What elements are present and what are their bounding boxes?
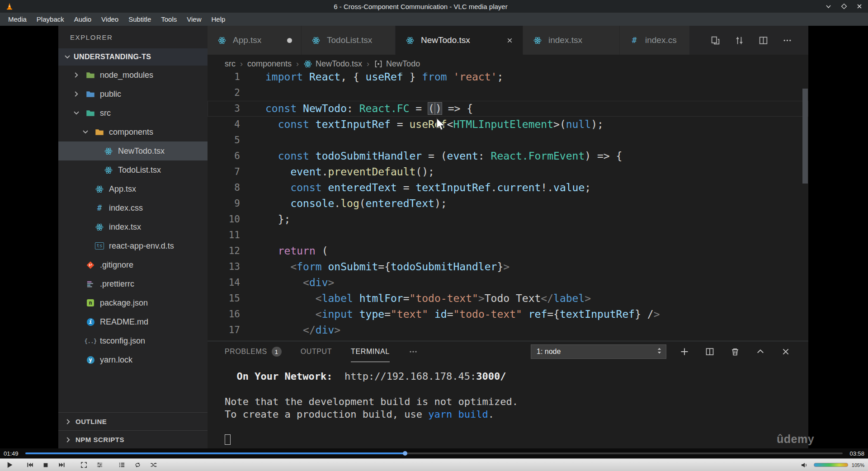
split-editor-icon[interactable]: [759, 36, 768, 45]
seek-slider[interactable]: [25, 452, 843, 454]
terminal-line: On Your Network: http://192.168.178.45:3…: [225, 370, 808, 383]
tab-app-tsx[interactable]: App.tsx: [208, 26, 302, 55]
open-changes-icon[interactable]: [711, 36, 720, 45]
tab-newtodo-tsx[interactable]: NewTodo.tsx: [396, 26, 523, 55]
extended-settings-button[interactable]: [94, 460, 105, 470]
compare-changes-icon[interactable]: [735, 36, 744, 45]
stop-button[interactable]: [40, 460, 52, 470]
explorer-root-folder[interactable]: UNDERSTANDING-TS: [58, 48, 208, 66]
menu-tools[interactable]: Tools: [156, 14, 181, 24]
line-number: 6: [208, 148, 240, 164]
code-line: 13 <form onSubmit={todoSubmitHandler}>: [208, 259, 808, 275]
tree-item-label: NewTodo.tsx: [118, 146, 165, 156]
tree-item-label: public: [100, 89, 121, 99]
braces-icon: {..}: [85, 336, 96, 345]
breadcrumb-components[interactable]: components: [247, 59, 292, 69]
line-number: 12: [208, 243, 240, 259]
tree-item-prettierrc[interactable]: .prettierrc: [58, 274, 208, 293]
terminal-cursor: [225, 434, 231, 445]
breadcrumb-src[interactable]: src: [225, 59, 236, 69]
menu-audio[interactable]: Audio: [70, 14, 96, 24]
tab-index-tsx[interactable]: index.tsx: [523, 26, 620, 55]
breadcrumb-newtodo[interactable]: NewTodo: [374, 59, 420, 69]
tree-item-src[interactable]: src: [58, 104, 208, 122]
ts-icon: ts: [94, 241, 105, 250]
tree-item-label: components: [109, 127, 153, 137]
play-button[interactable]: [4, 460, 15, 470]
bottom-panel: PROBLEMS1OUTPUTTERMINAL 1: node: [208, 341, 808, 448]
menu-media[interactable]: Media: [4, 14, 31, 24]
sidebar-section-npm-scripts[interactable]: NPM SCRIPTS: [58, 430, 208, 448]
tree-item-label: .gitignore: [100, 260, 133, 270]
maximize-icon[interactable]: [841, 3, 847, 9]
npm-icon: n: [85, 298, 96, 307]
tree-item-gitignore[interactable]: .gitignore: [58, 255, 208, 274]
tree-item-readme-md[interactable]: iREADME.md: [58, 312, 208, 331]
menu-help[interactable]: Help: [207, 14, 230, 24]
close-icon[interactable]: [856, 3, 863, 9]
tree-item-tsconfig-json[interactable]: {..}tsconfig.json: [58, 331, 208, 350]
menu-view[interactable]: View: [182, 14, 206, 24]
line-number: 5: [208, 132, 240, 148]
menu-playback[interactable]: Playback: [32, 14, 69, 24]
maximize-panel-icon[interactable]: [756, 347, 765, 356]
menu-subtitle[interactable]: Subtitle: [124, 14, 156, 24]
code-line: 16 <input type="text" id="todo-text" ref…: [208, 306, 808, 322]
tab-index-cs[interactable]: #index.cs: [620, 26, 689, 55]
tab-todolist-tsx[interactable]: TodoList.tsx: [302, 26, 396, 55]
code-editor[interactable]: 1import React, { useRef } from 'react';2…: [208, 73, 808, 341]
terminal-output[interactable]: On Your Network: http://192.168.178.45:3…: [208, 362, 808, 448]
volume-slider[interactable]: [814, 463, 848, 467]
volume-icon[interactable]: [798, 460, 810, 470]
folder-src-icon: [85, 108, 96, 118]
editor-scrollbar[interactable]: [802, 73, 808, 341]
code-text: <form onSubmit={todoSubmitHandler}>: [240, 259, 509, 275]
new-terminal-icon[interactable]: [680, 347, 689, 356]
tree-item-app-tsx[interactable]: App.tsx: [58, 179, 208, 198]
random-button[interactable]: [147, 460, 159, 470]
code-line: 15 <label htmlFor="todo-text">Todo Text<…: [208, 291, 808, 306]
panel-tab-terminal[interactable]: TERMINAL: [351, 341, 390, 362]
tree-item-react-app-env-d-ts[interactable]: tsreact-app-env.d.ts: [58, 236, 208, 255]
code-text: <label htmlFor="todo-text">Todo Text</la…: [240, 291, 591, 306]
menu-video[interactable]: Video: [97, 14, 123, 24]
chevron-placeholder: [81, 222, 90, 231]
loop-button[interactable]: [132, 460, 143, 470]
minimize-icon[interactable]: [825, 3, 832, 10]
tree-item-components[interactable]: components: [58, 122, 208, 141]
terminal-selector[interactable]: 1: node: [531, 344, 666, 359]
tree-item-public[interactable]: public: [58, 85, 208, 104]
close-tab-icon[interactable]: [506, 37, 514, 44]
volume-percent: 105%: [852, 462, 864, 468]
vlc-cone-icon: [5, 2, 16, 10]
volume-group: 105%: [798, 460, 864, 470]
tree-item-index-tsx[interactable]: index.tsx: [58, 217, 208, 236]
video-area[interactable]: EXPLORER UNDERSTANDING-TS node_modulespu…: [0, 26, 868, 448]
code-line: 3const NewTodo: React.FC = () => {: [208, 101, 808, 117]
tree-item-yarn-lock[interactable]: yyarn.lock: [58, 350, 208, 369]
panel-more-icon[interactable]: [409, 347, 418, 356]
previous-button[interactable]: [24, 460, 36, 470]
code-content: 1import React, { useRef } from 'react';2…: [208, 73, 808, 338]
scrollbar-thumb[interactable]: [802, 89, 808, 184]
more-actions-icon[interactable]: [783, 36, 792, 45]
panel-tab-output[interactable]: OUTPUT: [301, 341, 332, 362]
kill-terminal-icon[interactable]: [731, 347, 740, 356]
line-number: 14: [208, 275, 240, 291]
split-terminal-icon[interactable]: [705, 347, 714, 356]
tree-item-package-json[interactable]: npackage.json: [58, 293, 208, 312]
playlist-button[interactable]: [116, 460, 127, 470]
tree-item-index-css[interactable]: #index.css: [58, 198, 208, 217]
editor-area: App.tsxTodoList.tsxNewTodo.tsxindex.tsx#…: [208, 26, 808, 448]
tree-item-node-modules[interactable]: node_modules: [58, 66, 208, 85]
panel-tab-problems[interactable]: PROBLEMS1: [225, 341, 282, 362]
tree-item-newtodo-tsx[interactable]: NewTodo.tsx: [58, 141, 208, 160]
close-panel-icon[interactable]: [781, 347, 790, 356]
breadcrumb-newtodo-tsx[interactable]: NewTodo.tsx: [303, 59, 362, 69]
line-number: 16: [208, 306, 240, 322]
next-button[interactable]: [56, 460, 67, 470]
fullscreen-button[interactable]: [78, 460, 90, 470]
terminal-link[interactable]: yarn build: [428, 409, 488, 420]
sidebar-section-outline[interactable]: OUTLINE: [58, 412, 208, 430]
tree-item-todolist-tsx[interactable]: TodoList.tsx: [58, 160, 208, 179]
